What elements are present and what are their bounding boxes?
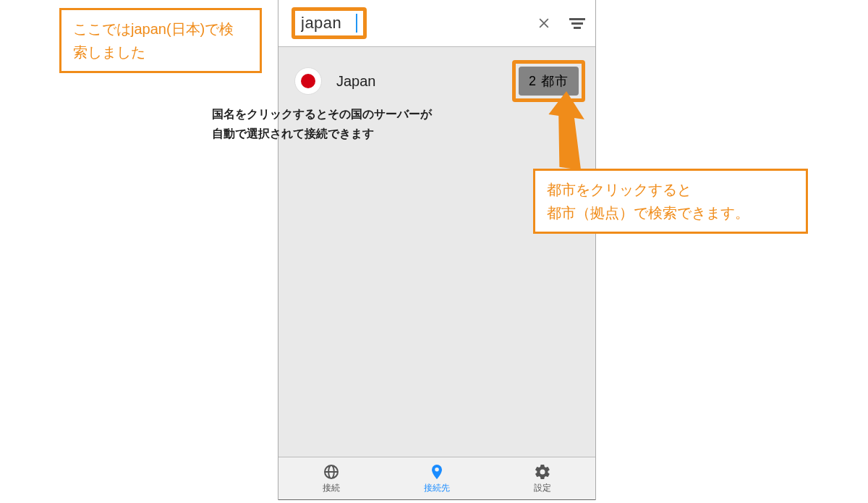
- nav-label: 接続先: [424, 482, 450, 494]
- nav-connect[interactable]: 接続: [278, 463, 384, 494]
- annotation-city-hint: 都市をクリックすると 都市（拠点）で検索できます。: [533, 169, 808, 234]
- nav-destinations[interactable]: 接続先: [384, 463, 490, 494]
- sort-icon: [569, 18, 585, 20]
- japan-flag-icon: [294, 67, 322, 95]
- clear-search-button[interactable]: [536, 15, 552, 31]
- bottom-nav: 接続 接続先 設定: [278, 457, 595, 500]
- search-highlight-frame: [292, 7, 367, 39]
- nav-label: 接続: [323, 482, 340, 494]
- nav-label: 設定: [534, 482, 551, 494]
- location-pin-icon: [428, 463, 446, 481]
- instruction-line: 国名をクリックするとその国のサーバーが: [212, 104, 432, 124]
- nav-settings[interactable]: 設定: [490, 463, 595, 494]
- country-name-label: Japan: [336, 73, 498, 90]
- city-count-button[interactable]: 2 都市: [519, 67, 579, 96]
- globe-icon: [323, 463, 340, 481]
- annotation-search-hint: ここではjapan(日本)で検索しました: [59, 8, 262, 73]
- close-icon: [537, 16, 551, 30]
- instruction-overlay: 国名をクリックするとその国のサーバーが 自動で選択されて接続できます: [212, 104, 432, 143]
- search-bar: [278, 0, 595, 47]
- gear-icon: [534, 463, 551, 481]
- annotation-text: ここではjapan(日本)で検索しました: [73, 21, 234, 60]
- annotation-text-line: 都市（拠点）で検索できます。: [547, 201, 794, 224]
- app-screen: Japan 2 都市 接続 接続先 設定: [278, 0, 596, 500]
- instruction-line: 自動で選択されて接続できます: [212, 124, 432, 143]
- annotation-text-line: 都市をクリックすると: [547, 178, 794, 201]
- city-button-highlight-frame: 2 都市: [512, 60, 585, 102]
- search-input[interactable]: [301, 14, 357, 33]
- sort-button[interactable]: [568, 14, 587, 33]
